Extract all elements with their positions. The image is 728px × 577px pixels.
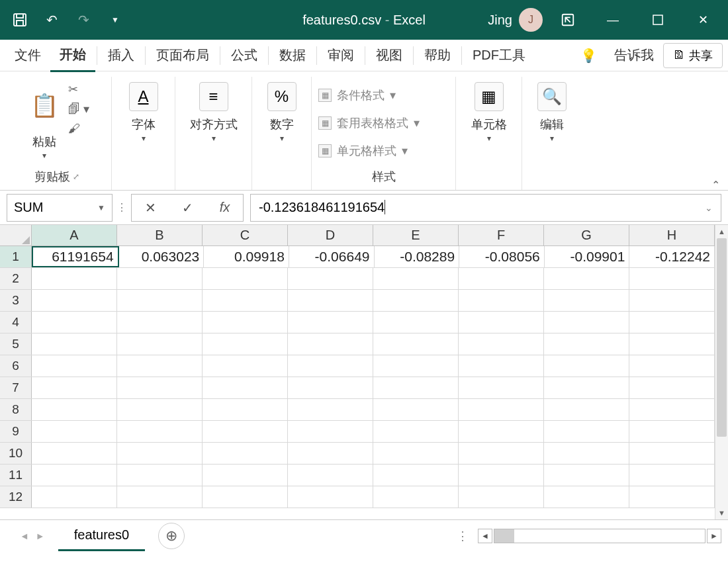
row-header[interactable]: 4 [0,312,32,333]
prev-sheet-icon[interactable]: ◄ [20,531,29,541]
tab-review[interactable]: 审阅 [318,40,363,71]
clipboard-launcher-icon[interactable]: ⤢ [73,172,79,181]
scroll-thumb[interactable] [717,238,727,437]
cell[interactable]: 0.09918 [204,246,289,267]
cell[interactable] [203,290,288,311]
name-box[interactable]: SUM ▼ [7,194,113,222]
cell[interactable] [117,399,203,420]
cell[interactable] [629,268,715,289]
cell[interactable] [373,268,459,289]
cell[interactable] [373,333,459,355]
cell[interactable] [544,421,629,442]
namebox-dropdown-icon[interactable]: ▼ [97,203,105,212]
cell[interactable] [32,465,117,486]
cell[interactable] [459,333,544,355]
cell[interactable] [373,465,459,486]
row-header[interactable]: 5 [0,333,32,355]
cell[interactable] [32,268,117,289]
cell[interactable] [117,355,203,377]
cell[interactable] [117,465,203,486]
format-painter-icon[interactable]: 🖌 [68,122,89,136]
cell[interactable] [629,355,715,377]
format-as-table-button[interactable]: ▦套用表格格式 ▾ [318,112,420,134]
tab-file[interactable]: 文件 [5,40,50,71]
row-header[interactable]: 9 [0,421,32,442]
cell[interactable] [32,399,117,420]
tab-insert[interactable]: 插入 [99,40,144,71]
cell[interactable] [544,443,629,464]
cell[interactable] [32,486,117,508]
select-all-corner[interactable] [0,225,32,245]
paste-button[interactable]: 📋 粘贴 ▾ [24,79,64,163]
cell[interactable]: -0.08056 [459,246,545,267]
col-header-h[interactable]: H [629,225,715,245]
col-header-c[interactable]: C [203,225,288,245]
cell[interactable] [32,290,117,311]
cell[interactable] [459,355,544,377]
cell[interactable] [117,268,203,289]
cell[interactable] [117,290,203,311]
cell[interactable] [288,377,373,398]
horizontal-scrollbar[interactable]: ◄ ► [478,529,721,543]
cell[interactable] [629,312,715,333]
col-header-f[interactable]: F [459,225,544,245]
cell[interactable] [203,268,288,289]
cell[interactable] [288,333,373,355]
alignment-button[interactable]: ≡ 对齐方式 ▾ [186,79,242,146]
cell[interactable] [288,355,373,377]
vertical-scrollbar[interactable]: ▲ ▼ [715,225,728,519]
cell[interactable] [629,486,715,508]
cell[interactable] [288,486,373,508]
cell[interactable] [373,377,459,398]
cell[interactable] [544,355,629,377]
tell-me-text[interactable]: 告诉我 [605,40,663,71]
cell[interactable] [459,312,544,333]
row-header[interactable]: 6 [0,355,32,377]
cell[interactable] [373,421,459,442]
ribbon-display-icon[interactable] [548,7,588,33]
cell[interactable] [117,333,203,355]
tab-home[interactable]: 开始 [50,39,95,72]
cell[interactable] [117,486,203,508]
row-header[interactable]: 3 [0,290,32,311]
minimize-icon[interactable]: — [593,7,633,33]
cell[interactable] [459,377,544,398]
col-header-e[interactable]: E [373,225,459,245]
cell[interactable] [288,268,373,289]
maximize-icon[interactable] [638,7,678,33]
cell[interactable] [203,443,288,464]
cancel-edit-icon[interactable]: ✕ [145,200,156,216]
col-header-g[interactable]: G [544,225,629,245]
cell[interactable] [373,486,459,508]
sheet-menu-icon[interactable]: ⋮ [447,529,478,543]
cell[interactable] [288,465,373,486]
close-icon[interactable]: ✕ [683,7,723,33]
cell[interactable] [32,312,117,333]
cell[interactable] [373,290,459,311]
cell[interactable] [373,443,459,464]
cell[interactable] [459,290,544,311]
cell[interactable] [544,290,629,311]
cell[interactable] [629,421,715,442]
cell[interactable] [544,486,629,508]
cell[interactable] [32,377,117,398]
cell[interactable] [544,399,629,420]
row-header[interactable]: 7 [0,377,32,398]
cell[interactable] [459,399,544,420]
user-account[interactable]: Jing J [488,8,543,32]
cell[interactable] [203,399,288,420]
cells-button[interactable]: ▦ 单元格 ▾ [467,79,511,146]
tab-formulas[interactable]: 公式 [222,40,267,71]
fx-icon[interactable]: fx [220,200,230,215]
cell[interactable] [288,421,373,442]
tell-me-icon[interactable]: 💡 [572,48,605,64]
scroll-right-icon[interactable]: ► [707,529,721,543]
expand-formula-icon[interactable]: ⌄ [705,202,713,213]
cell[interactable] [203,333,288,355]
tab-pdf[interactable]: PDF工具 [463,40,535,71]
next-sheet-icon[interactable]: ► [36,531,45,541]
qat-dropdown-icon[interactable]: ▼ [101,5,130,34]
conditional-format-button[interactable]: ▦条件格式 ▾ [318,85,396,106]
row-header[interactable]: 1 [0,246,32,267]
cell[interactable] [288,399,373,420]
